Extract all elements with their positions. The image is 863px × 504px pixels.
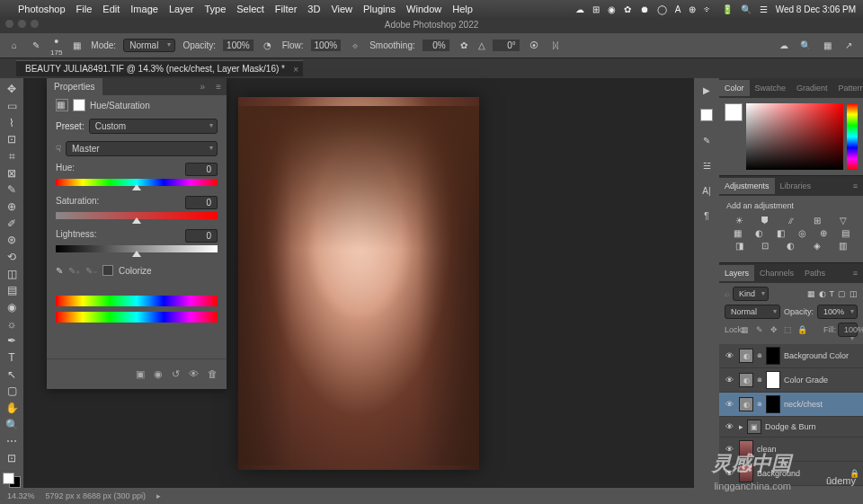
adj-threshold-icon[interactable]: ◐ xyxy=(785,241,797,251)
brush-settings-icon[interactable]: ▦ xyxy=(69,39,84,53)
brush-tool[interactable]: ✐ xyxy=(3,216,21,231)
wifi-icon[interactable]: ᯤ xyxy=(704,4,713,14)
gradient-tool[interactable]: ▤ xyxy=(3,283,21,298)
status-arrow-icon[interactable]: ▸ xyxy=(156,491,161,500)
lock-nest-icon[interactable]: ⬚ xyxy=(782,325,794,334)
adj-brightness-icon[interactable]: ☀ xyxy=(733,216,745,225)
image-thumb[interactable] xyxy=(739,464,753,482)
status-icon[interactable]: ✿ xyxy=(624,4,631,14)
layer-row[interactable]: 👁 Background 🔒 xyxy=(719,462,863,486)
angle-value[interactable]: 0° xyxy=(493,40,520,51)
pressure-size-icon[interactable]: ⦿ xyxy=(527,39,541,53)
adj-posterize-icon[interactable]: ⊡ xyxy=(759,241,771,251)
airbrush-icon[interactable]: ⟐ xyxy=(348,39,362,53)
menu-window[interactable]: Window xyxy=(406,4,441,14)
adj-hsl-icon[interactable]: ▦ xyxy=(731,228,743,238)
status-icon[interactable]: ☁ xyxy=(575,4,584,14)
controlcenter-icon[interactable]: ☰ xyxy=(760,4,768,14)
panel-collapse-icon[interactable]: » xyxy=(195,78,211,95)
adj-photofilter-icon[interactable]: ◎ xyxy=(796,228,808,238)
heal-tool[interactable]: ⊕ xyxy=(3,199,21,215)
tab-gradients[interactable]: Gradient xyxy=(791,80,833,96)
eraser-tool[interactable]: ◫ xyxy=(3,266,21,281)
delete-icon[interactable]: 🗑 xyxy=(208,368,218,380)
tab-adjustments[interactable]: Adjustments xyxy=(719,178,775,194)
adj-selcolor-icon[interactable]: ◈ xyxy=(811,241,823,251)
history-brush-tool[interactable]: ⟲ xyxy=(3,250,21,265)
menu-layer[interactable]: Layer xyxy=(169,4,194,14)
smoothing-value[interactable]: 0% xyxy=(423,40,449,51)
clock[interactable]: Wed 8 Dec 3:06 PM xyxy=(776,4,856,14)
filter-adj-icon[interactable]: ◐ xyxy=(819,289,826,298)
traffic-min[interactable] xyxy=(18,20,26,28)
eyedropper-minus-icon[interactable]: ✎₋ xyxy=(85,266,97,276)
layer-opacity-value[interactable]: 100% xyxy=(817,305,858,319)
symmetry-icon[interactable]: ᛞ xyxy=(548,39,563,53)
play-icon[interactable]: ▶ xyxy=(698,82,715,98)
traffic-close[interactable] xyxy=(5,20,13,28)
colorize-checkbox[interactable] xyxy=(102,265,113,276)
brush-panel-icon[interactable]: ✎ xyxy=(698,132,715,148)
spotlight-icon[interactable]: 🔍 xyxy=(741,4,752,14)
smoothing-gear-icon[interactable]: ✿ xyxy=(457,39,471,53)
foreground-swatch[interactable] xyxy=(725,103,743,121)
brush-size[interactable]: 175 xyxy=(50,49,62,57)
mask-thumb[interactable] xyxy=(766,395,780,413)
pen-tool[interactable]: ✒ xyxy=(3,333,21,349)
lasso-tool[interactable]: ⌇ xyxy=(3,115,21,130)
lock-pos-icon[interactable]: ✥ xyxy=(768,325,779,334)
para-panel-icon[interactable]: ¶ xyxy=(698,208,715,224)
visibility-toggle[interactable]: 👁 xyxy=(723,400,735,409)
adj-vibrance-icon[interactable]: ▽ xyxy=(837,216,850,225)
filter-pixel-icon[interactable]: ▦ xyxy=(807,289,815,298)
doc-dimensions[interactable]: 5792 px x 8688 px (300 ppi) xyxy=(46,491,147,500)
menu-type[interactable]: Type xyxy=(204,4,226,14)
layer-name[interactable]: Background xyxy=(757,469,846,478)
adj-colorbal-icon[interactable]: ◐ xyxy=(752,228,765,238)
reset-icon[interactable]: ↺ xyxy=(172,368,180,380)
move-tool[interactable]: ✥ xyxy=(3,82,21,97)
status-icon[interactable]: ◯ xyxy=(657,4,667,14)
lock-paint-icon[interactable]: ✎ xyxy=(753,325,765,334)
adj-colorlookup-icon[interactable]: ▤ xyxy=(839,228,851,238)
image-thumb[interactable] xyxy=(739,440,753,458)
menu-filter[interactable]: Filter xyxy=(275,4,297,14)
menu-photoshop[interactable]: Photoshop xyxy=(18,4,66,14)
zoom-tool[interactable]: 🔍 xyxy=(3,417,21,432)
hue-slider[interactable] xyxy=(56,179,218,186)
mask-thumb[interactable] xyxy=(766,347,780,365)
menu-plugins[interactable]: Plugins xyxy=(363,4,396,14)
cloud-docs-icon[interactable]: ☁ xyxy=(777,39,791,53)
tab-layers[interactable]: Layers xyxy=(719,265,754,281)
home-icon[interactable]: ⌂ xyxy=(7,39,22,53)
selection-tool[interactable]: ⊡ xyxy=(3,132,21,147)
layer-blend-select[interactable]: Normal xyxy=(725,305,780,319)
type-tool[interactable]: T xyxy=(3,350,21,366)
hand-tool[interactable]: ✋ xyxy=(3,401,21,416)
visibility-toggle[interactable]: 👁 xyxy=(723,351,735,360)
stamp-tool[interactable]: ⊛ xyxy=(3,233,21,248)
layer-row[interactable]: 👁 ◐⊗ Color Grade xyxy=(719,368,863,393)
color-field[interactable] xyxy=(746,103,843,170)
path-tool[interactable]: ↖ xyxy=(3,367,21,382)
lightness-value[interactable]: 0 xyxy=(185,229,218,243)
filter-kind-select[interactable]: Kind xyxy=(733,287,769,301)
hue-column[interactable] xyxy=(847,103,858,170)
layer-row[interactable]: 👁 ▸ ▣ Dodge & Burn xyxy=(719,417,863,438)
saturation-value[interactable]: 0 xyxy=(185,196,218,209)
clip-icon[interactable]: ▣ xyxy=(136,368,145,380)
lock-trans-icon[interactable]: ▦ xyxy=(739,325,751,334)
menu-edit[interactable]: Edit xyxy=(102,4,120,14)
properties-tab[interactable]: Properties xyxy=(47,78,102,95)
brush-tool-icon[interactable]: ✎ xyxy=(29,39,43,53)
battery-icon[interactable]: 🔋 xyxy=(722,4,733,14)
filter-smart-icon[interactable]: ◫ xyxy=(850,289,858,298)
swatch-mini[interactable] xyxy=(698,107,715,123)
edit-toolbar[interactable]: ⊡ xyxy=(3,451,21,466)
more-tools[interactable]: ⋯ xyxy=(3,434,21,449)
opacity-value[interactable]: 100% xyxy=(223,40,254,51)
status-icon[interactable]: ⏺ xyxy=(640,4,649,14)
traffic-max[interactable] xyxy=(31,20,39,28)
mask-thumb[interactable] xyxy=(766,371,780,389)
eyedropper-plus-icon[interactable]: ✎₊ xyxy=(68,266,80,276)
